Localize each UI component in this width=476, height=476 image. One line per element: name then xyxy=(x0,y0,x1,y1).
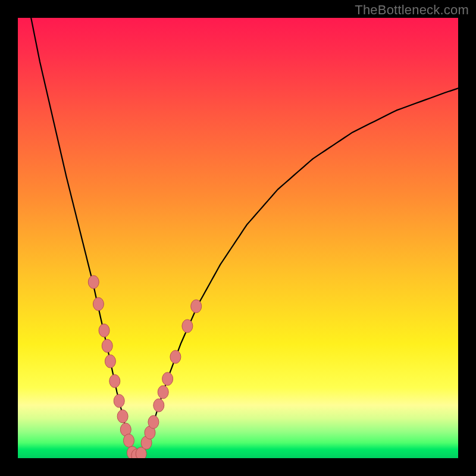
curve-marker xyxy=(191,300,202,313)
curve-marker xyxy=(102,339,112,352)
bottleneck-curve xyxy=(31,18,458,456)
curve-marker xyxy=(93,298,104,311)
curve-marker xyxy=(158,386,168,399)
curve-marker xyxy=(117,410,128,423)
curve-marker xyxy=(154,399,164,412)
curve-marker xyxy=(148,415,159,428)
curve-marker xyxy=(114,394,124,408)
curve-layer xyxy=(18,18,458,458)
marker-group xyxy=(88,275,201,458)
curve-marker xyxy=(170,350,181,364)
curve-marker xyxy=(105,355,115,368)
curve-marker xyxy=(162,372,173,386)
curve-marker xyxy=(182,320,193,333)
curve-marker xyxy=(88,275,99,289)
plot-area xyxy=(18,18,458,458)
chart-frame: TheBottleneck.com xyxy=(0,0,476,476)
curve-marker xyxy=(99,324,109,337)
watermark-text: TheBottleneck.com xyxy=(355,2,469,18)
curve-marker xyxy=(123,434,134,447)
curve-marker xyxy=(109,375,120,388)
